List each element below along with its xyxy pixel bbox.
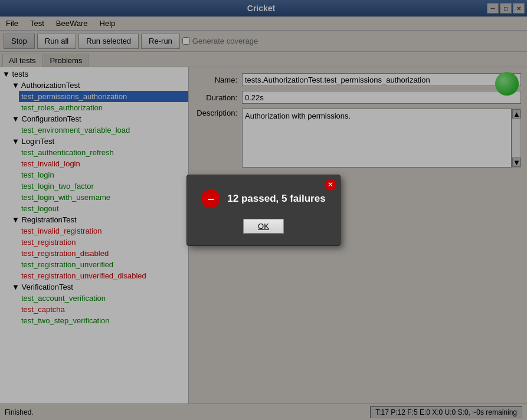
modal-overlay: ✕ – 12 passed, 5 failures OK (0, 0, 527, 420)
modal-ok-button[interactable]: OK (243, 219, 284, 234)
modal-close-button[interactable]: ✕ (325, 179, 336, 191)
modal-actions: OK (201, 219, 325, 234)
modal-message: 12 passed, 5 failures (227, 193, 325, 205)
modal-error-icon: – (201, 189, 220, 208)
modal-body: – 12 passed, 5 failures (201, 189, 325, 208)
modal-dialog: ✕ – 12 passed, 5 failures OK (186, 175, 340, 246)
